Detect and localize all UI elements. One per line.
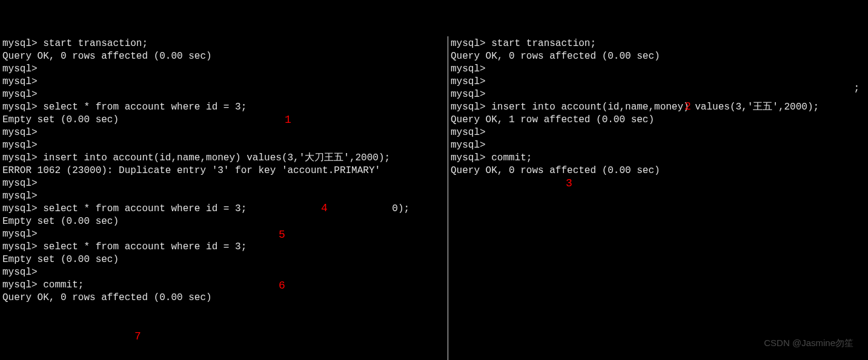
- watermark: CSDN @Jasmine勿笙: [764, 338, 853, 349]
- terminal-line: mysql> select * from account where id = …: [2, 203, 445, 215]
- terminal-line: mysql>: [451, 88, 866, 101]
- terminal-line: mysql>: [2, 177, 445, 190]
- annotation-3: 3: [566, 177, 572, 189]
- terminal-line: mysql> commit;: [2, 279, 445, 292]
- terminal-line: mysql>: [451, 76, 866, 88]
- terminal-line: mysql> insert into account(id,name,money…: [451, 101, 866, 114]
- terminal-line: mysql>: [2, 126, 445, 139]
- annotation-5: 5: [279, 229, 285, 241]
- annotation-7: 7: [134, 330, 141, 342]
- terminal-line: mysql> commit;: [451, 152, 866, 165]
- terminal-container: mysql> start transaction; Query OK, 0 ro…: [0, 0, 868, 360]
- terminal-line: mysql> start transaction;: [451, 38, 866, 50]
- terminal-line: Query OK, 0 rows affected (0.00 sec): [2, 50, 445, 63]
- terminal-line: mysql>: [451, 63, 866, 76]
- terminal-line: mysql>: [2, 190, 445, 203]
- terminal-line: mysql> start transaction;: [2, 38, 445, 50]
- terminal-line: mysql> insert into account(id,name,money…: [2, 152, 445, 165]
- terminal-line: mysql> select * from account where id = …: [2, 101, 445, 114]
- terminal-line: Empty set (0.00 sec): [2, 114, 445, 126]
- terminal-line: mysql>: [451, 126, 866, 139]
- terminal-line: Empty set (0.00 sec): [2, 215, 445, 228]
- terminal-line: mysql>: [2, 228, 445, 241]
- terminal-line: mysql>: [2, 63, 445, 76]
- terminal-line: mysql>: [451, 139, 866, 152]
- terminal-line: Query OK, 0 rows affected (0.00 sec): [451, 165, 866, 177]
- terminal-line: mysql> select * from account where id = …: [2, 241, 445, 254]
- terminal-line: Query OK, 0 rows affected (0.00 sec): [2, 292, 445, 304]
- terminal-line: mysql>: [2, 76, 445, 88]
- annotation-2: 2: [684, 100, 691, 113]
- annotation-4: 4: [321, 202, 328, 214]
- terminal-line: Query OK, 0 rows affected (0.00 sec): [451, 50, 866, 63]
- terminal-line: mysql>: [2, 266, 445, 279]
- annotation-6: 6: [279, 280, 285, 292]
- terminal-line: mysql>: [2, 88, 445, 101]
- terminal-line: mysql>: [2, 139, 445, 152]
- annotation-1: 1: [285, 114, 291, 126]
- right-terminal-pane[interactable]: ; mysql> start transaction; Query OK, 0 …: [448, 36, 868, 360]
- terminal-line: Empty set (0.00 sec): [2, 254, 445, 266]
- left-terminal-pane[interactable]: mysql> start transaction; Query OK, 0 ro…: [0, 36, 448, 360]
- terminal-line: Query OK, 1 row affected (0.00 sec): [451, 114, 866, 126]
- terminal-line: ERROR 1062 (23000): Duplicate entry '3' …: [2, 165, 445, 177]
